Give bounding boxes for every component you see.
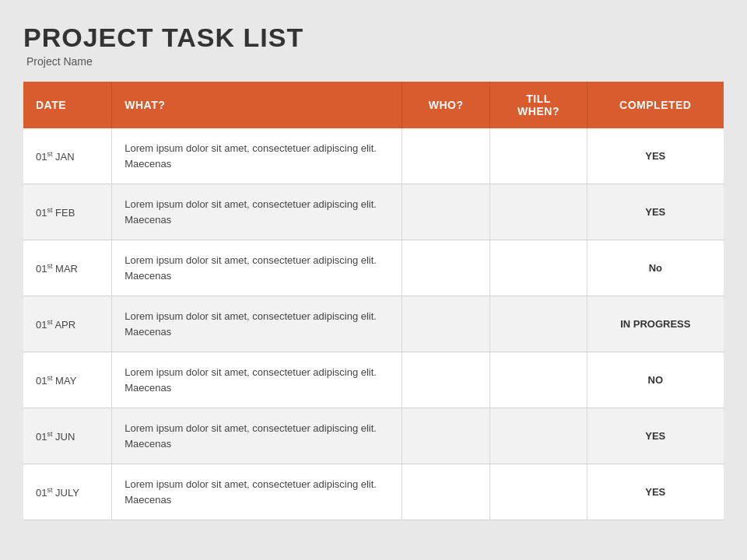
table-header-row: DATE WHAT? WHO? TILLWHEN? COMPLETED [23,82,724,128]
col-header-who: WHO? [402,82,490,128]
cell-till-when [490,464,587,520]
page-subtitle: Project Name [26,55,724,68]
cell-till-when [490,240,587,296]
table-row: 01st FEBLorem ipsum dolor sit amet, cons… [23,184,724,240]
table-row: 01st MAYLorem ipsum dolor sit amet, cons… [23,352,724,408]
cell-date: 01st APR [23,296,112,352]
cell-till-when [490,296,587,352]
cell-date: 01st MAR [23,240,112,296]
table-row: 01st MARLorem ipsum dolor sit amet, cons… [23,240,724,296]
cell-till-when [490,184,587,240]
cell-who [402,240,490,296]
col-header-till-when: TILLWHEN? [490,82,587,128]
cell-date: 01st JAN [23,128,112,184]
cell-date: 01st JULY [23,464,112,520]
cell-till-when [490,128,587,184]
cell-till-when [490,408,587,464]
col-header-what: WHAT? [112,82,402,128]
cell-completed: YES [587,128,724,184]
cell-who [402,184,490,240]
table-body: 01st JANLorem ipsum dolor sit amet, cons… [23,128,724,520]
col-header-date: DATE [23,82,112,128]
cell-who [402,128,490,184]
cell-who [402,464,490,520]
cell-date: 01st MAY [23,352,112,408]
page-title: PROJECT TASK LIST [23,23,724,52]
cell-completed: YES [587,464,724,520]
cell-what: Lorem ipsum dolor sit amet, consectetuer… [112,352,402,408]
cell-what: Lorem ipsum dolor sit amet, consectetuer… [112,408,402,464]
table-row: 01st JULYLorem ipsum dolor sit amet, con… [23,464,724,520]
header: PROJECT TASK LIST Project Name [23,23,724,68]
cell-completed: No [587,240,724,296]
cell-what: Lorem ipsum dolor sit amet, consectetuer… [112,128,402,184]
table-row: 01st JANLorem ipsum dolor sit amet, cons… [23,128,724,184]
cell-who [402,408,490,464]
page: PROJECT TASK LIST Project Name DATE WHAT… [0,0,747,560]
table-row: 01st JUNLorem ipsum dolor sit amet, cons… [23,408,724,464]
cell-what: Lorem ipsum dolor sit amet, consectetuer… [112,296,402,352]
cell-date: 01st JUN [23,408,112,464]
cell-till-when [490,352,587,408]
cell-who [402,296,490,352]
cell-who [402,352,490,408]
col-header-completed: COMPLETED [587,82,724,128]
cell-completed: YES [587,408,724,464]
cell-completed: IN PROGRESS [587,296,724,352]
cell-what: Lorem ipsum dolor sit amet, consectetuer… [112,240,402,296]
cell-what: Lorem ipsum dolor sit amet, consectetuer… [112,464,402,520]
task-table-container: DATE WHAT? WHO? TILLWHEN? COMPLETED 01st… [23,82,724,520]
cell-completed: NO [587,352,724,408]
task-table: DATE WHAT? WHO? TILLWHEN? COMPLETED 01st… [23,82,724,520]
cell-date: 01st FEB [23,184,112,240]
table-row: 01st APRLorem ipsum dolor sit amet, cons… [23,296,724,352]
cell-what: Lorem ipsum dolor sit amet, consectetuer… [112,184,402,240]
cell-completed: YES [587,184,724,240]
